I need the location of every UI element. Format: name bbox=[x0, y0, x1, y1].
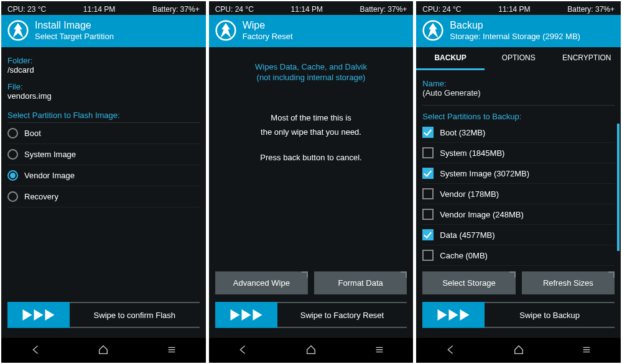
cpu-status: CPU: 24 °C bbox=[215, 5, 254, 14]
home-icon[interactable] bbox=[98, 344, 109, 357]
folder-label: Folder: bbox=[7, 56, 200, 65]
swipe-handle[interactable] bbox=[422, 302, 485, 328]
menu-icon[interactable] bbox=[166, 344, 177, 357]
refresh-sizes-button[interactable]: Refresh Sizes bbox=[522, 271, 615, 294]
twrp-logo-icon bbox=[7, 20, 29, 41]
page-title: Wipe bbox=[243, 20, 293, 31]
page-subtitle: Storage: Internal Storage (2992 MB) bbox=[450, 32, 580, 41]
cpu-status: CPU: 24 °C bbox=[422, 5, 461, 14]
folder-value: /sdcard bbox=[7, 65, 200, 75]
name-value[interactable]: (Auto Generate) bbox=[422, 88, 615, 98]
checkbox-icon bbox=[422, 209, 434, 220]
battery-status: Battery: 37%+ bbox=[567, 5, 615, 14]
checkbox-icon bbox=[422, 229, 434, 240]
time-status: 11:14 PM bbox=[291, 5, 323, 14]
section-select-partitions: Select Partitions to Backup: bbox=[422, 112, 615, 121]
page-title: Backup bbox=[450, 20, 580, 31]
scrollbar[interactable] bbox=[617, 124, 620, 251]
radio-icon bbox=[7, 191, 18, 202]
partition-boot[interactable]: Boot bbox=[7, 123, 200, 144]
section-select-partition: Select Partition to Flash Image: bbox=[7, 111, 200, 123]
screen-wipe: CPU: 24 °C 11:14 PM Battery: 37%+ Wipe F… bbox=[209, 1, 414, 363]
page-subtitle: Factory Reset bbox=[243, 32, 293, 41]
twrp-logo-icon bbox=[215, 20, 236, 41]
partition-vendor-image[interactable]: Vendor Image bbox=[7, 165, 200, 186]
home-icon[interactable] bbox=[305, 344, 317, 357]
part-boot[interactable]: Boot (32MB) bbox=[422, 122, 615, 143]
status-bar: CPU: 23 °C 11:14 PM Battery: 37%+ bbox=[1, 1, 206, 15]
swipe-backup[interactable]: Swipe to Backup bbox=[422, 302, 615, 328]
wipe-body-1: Most of the time this is bbox=[215, 113, 407, 122]
battery-status: Battery: 37%+ bbox=[360, 5, 407, 14]
swipe-handle[interactable] bbox=[7, 302, 70, 328]
back-icon[interactable] bbox=[445, 344, 456, 357]
radio-icon bbox=[7, 149, 18, 160]
battery-status: Battery: 37%+ bbox=[152, 5, 200, 14]
select-storage-button[interactable]: Select Storage bbox=[422, 271, 515, 294]
format-data-button[interactable]: Format Data bbox=[314, 271, 407, 294]
wipe-body-2: the only wipe that you need. bbox=[215, 127, 407, 137]
tabs: BACKUP OPTIONS ENCRYPTION bbox=[416, 47, 621, 70]
file-value: vendors.img bbox=[7, 91, 200, 101]
time-status: 11:14 PM bbox=[83, 5, 115, 14]
header: Install Image Select Target Partition bbox=[1, 15, 206, 47]
swipe-confirm-flash[interactable]: Swipe to confirm Flash bbox=[7, 302, 200, 328]
tab-encryption[interactable]: ENCRYPTION bbox=[552, 47, 621, 70]
file-label: File: bbox=[7, 82, 200, 91]
nav-bar bbox=[1, 338, 206, 363]
tab-options[interactable]: OPTIONS bbox=[485, 47, 553, 70]
wipe-info-2: (not including internal storage) bbox=[215, 73, 407, 82]
menu-icon[interactable] bbox=[374, 344, 385, 357]
time-status: 11:14 PM bbox=[498, 5, 530, 14]
header: Wipe Factory Reset bbox=[209, 15, 414, 47]
screen-install-image: CPU: 23 °C 11:14 PM Battery: 37%+ Instal… bbox=[1, 1, 206, 363]
checkbox-icon bbox=[422, 250, 434, 261]
checkbox-icon bbox=[422, 188, 434, 199]
checkbox-icon bbox=[422, 127, 434, 138]
swipe-label: Swipe to Backup bbox=[485, 302, 615, 328]
partition-list: Boot (32MB) System (1845MB) System Image… bbox=[422, 122, 615, 266]
radio-icon bbox=[7, 170, 18, 181]
partition-system-image[interactable]: System Image bbox=[7, 144, 200, 165]
part-system[interactable]: System (1845MB) bbox=[422, 143, 615, 163]
radio-icon bbox=[7, 128, 18, 139]
wipe-info-1: Wipes Data, Cache, and Dalvik bbox=[215, 62, 407, 71]
back-icon[interactable] bbox=[30, 344, 41, 357]
part-system-image[interactable]: System Image (3072MB) bbox=[422, 163, 615, 184]
home-icon[interactable] bbox=[513, 344, 524, 357]
part-vendor[interactable]: Vendor (178MB) bbox=[422, 184, 615, 204]
status-bar: CPU: 24 °C 11:14 PM Battery: 37%+ bbox=[209, 1, 414, 15]
swipe-factory-reset[interactable]: Swipe to Factory Reset bbox=[215, 302, 407, 328]
screen-backup: CPU: 24 °C 11:14 PM Battery: 37%+ Backup… bbox=[416, 1, 621, 363]
back-icon[interactable] bbox=[237, 344, 248, 357]
tab-backup[interactable]: BACKUP bbox=[416, 47, 485, 70]
nav-bar bbox=[209, 338, 414, 363]
part-vendor-image[interactable]: Vendor Image (248MB) bbox=[422, 204, 615, 225]
twrp-logo-icon bbox=[422, 20, 443, 41]
cpu-status: CPU: 23 °C bbox=[7, 5, 46, 14]
checkbox-icon bbox=[422, 168, 434, 179]
swipe-handle[interactable] bbox=[215, 302, 277, 328]
name-label: Name: bbox=[422, 79, 615, 88]
swipe-label: Swipe to Factory Reset bbox=[277, 302, 407, 328]
status-bar: CPU: 24 °C 11:14 PM Battery: 37%+ bbox=[416, 1, 621, 15]
swipe-label: Swipe to confirm Flash bbox=[70, 302, 200, 328]
wipe-body-3: Press back button to cancel. bbox=[215, 153, 407, 162]
part-data[interactable]: Data (4577MB) bbox=[422, 225, 615, 245]
checkbox-icon bbox=[422, 147, 434, 158]
menu-icon[interactable] bbox=[581, 344, 592, 357]
nav-bar bbox=[416, 338, 621, 363]
advanced-wipe-button[interactable]: Advanced Wipe bbox=[215, 271, 308, 294]
header: Backup Storage: Internal Storage (2992 M… bbox=[416, 15, 621, 47]
page-subtitle: Select Target Partition bbox=[35, 32, 114, 41]
partition-recovery[interactable]: Recovery bbox=[7, 186, 200, 207]
part-cache[interactable]: Cache (0MB) bbox=[422, 245, 615, 266]
page-title: Install Image bbox=[35, 20, 114, 31]
